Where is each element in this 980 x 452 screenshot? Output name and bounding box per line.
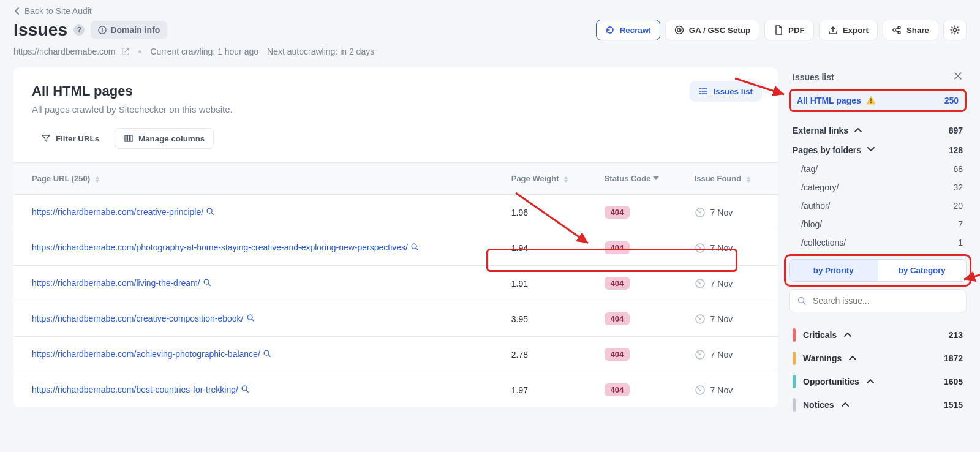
table-row[interactable]: https://richardbernabe.com/living-the-dr…	[13, 266, 778, 301]
side-subrow-label: /author/	[801, 201, 830, 211]
cell-status: 404	[596, 301, 686, 337]
warning-icon	[866, 96, 876, 105]
export-label: Export	[843, 26, 869, 35]
table-row[interactable]: https://richardbernabe.com/creative-prin…	[13, 195, 778, 230]
magnifier-icon[interactable]	[203, 279, 211, 288]
magnifier-icon[interactable]	[246, 314, 255, 324]
cell-url[interactable]: https://richardbernabe.com/achieving-pho…	[13, 337, 503, 372]
table-row[interactable]: https://richardbernabe.com/creative-comp…	[13, 301, 778, 337]
side-subrow[interactable]: /tag/68	[793, 160, 963, 178]
sort-down-icon	[653, 174, 659, 183]
side-subrow-count: 7	[958, 219, 963, 229]
side-subrow[interactable]: /collections/1	[793, 233, 963, 252]
issues-list-button[interactable]: Issues list	[690, 81, 762, 102]
gauge-icon	[695, 207, 706, 218]
severity-row[interactable]: Warnings1872	[790, 347, 965, 370]
severity-count: 1605	[944, 377, 963, 386]
magnifier-icon[interactable]	[241, 385, 249, 395]
magnifier-icon[interactable]	[410, 243, 419, 253]
gauge-icon	[695, 349, 706, 360]
cell-weight: 1.94	[503, 230, 596, 266]
cell-weight: 1.91	[503, 266, 596, 301]
info-icon	[98, 26, 107, 34]
cell-status: 404	[596, 195, 686, 230]
severity-label: Criticals	[803, 330, 837, 340]
col-url[interactable]: Page URL (250)	[13, 163, 503, 195]
side-subrow-count: 20	[953, 201, 963, 211]
cell-issue: 7 Nov	[686, 195, 778, 230]
side-group[interactable]: External links897	[793, 121, 963, 140]
status-badge: 404	[605, 348, 630, 361]
gauge-icon	[695, 314, 706, 325]
status-badge: 404	[605, 277, 630, 290]
filter-icon	[41, 134, 51, 143]
cell-weight: 1.97	[503, 372, 596, 408]
side-subrow[interactable]: /blog/7	[793, 215, 963, 233]
pages-table: Page URL (250) Page Weight Status Code	[13, 162, 778, 407]
filter-label: Filter URLs	[56, 134, 99, 143]
ga-gsc-button[interactable]: GA / GSC Setup	[665, 20, 760, 40]
search-input[interactable]	[812, 295, 959, 306]
back-link[interactable]: Back to Site Audit	[13, 5, 967, 20]
status-badge: 404	[605, 312, 630, 325]
chevron-icon	[854, 127, 862, 134]
cell-status: 404	[596, 372, 686, 408]
external-link-icon	[121, 47, 130, 56]
close-icon[interactable]	[953, 71, 963, 83]
severity-label: Notices	[803, 400, 834, 410]
severity-count: 1515	[944, 400, 963, 410]
side-group[interactable]: Pages by folders128	[793, 140, 963, 160]
severity-row[interactable]: Notices1515	[790, 393, 965, 416]
severity-label: Warnings	[803, 353, 842, 363]
cell-issue: 7 Nov	[686, 230, 778, 266]
magnifier-icon[interactable]	[263, 350, 271, 360]
cell-status: 404	[596, 337, 686, 372]
filter-urls-button[interactable]: Filter URLs	[32, 128, 108, 149]
side-header: Issues list	[793, 72, 834, 82]
help-icon[interactable]: ?	[74, 24, 85, 36]
cell-url[interactable]: https://richardbernabe.com/best-countrie…	[13, 372, 503, 408]
separator-dot	[138, 50, 141, 53]
table-row[interactable]: https://richardbernabe.com/achieving-pho…	[13, 337, 778, 372]
search-issue[interactable]	[789, 289, 967, 312]
chevron-up-icon	[842, 401, 849, 409]
col-status[interactable]: Status Code	[596, 163, 686, 195]
export-icon	[828, 25, 838, 35]
side-subrow[interactable]: /category/32	[793, 178, 963, 197]
domain-info-chip[interactable]: Domain info	[91, 21, 167, 39]
cell-url[interactable]: https://richardbernabe.com/living-the-dr…	[13, 266, 503, 301]
share-button[interactable]: Share	[883, 20, 938, 40]
cell-url[interactable]: https://richardbernabe.com/creative-comp…	[13, 301, 503, 337]
chevron-up-icon	[849, 355, 856, 362]
severity-row[interactable]: Criticals213	[790, 323, 965, 347]
cell-issue: 7 Nov	[686, 372, 778, 408]
list-icon	[699, 86, 709, 96]
side-subrow-label: /blog/	[801, 219, 822, 229]
ga-gsc-label: GA / GSC Setup	[689, 26, 750, 35]
page-title: Issues	[13, 20, 67, 40]
col-issue[interactable]: Issue Found	[686, 163, 778, 195]
export-button[interactable]: Export	[819, 20, 878, 40]
table-row[interactable]: https://richardbernabe.com/best-countrie…	[13, 372, 778, 408]
tab-by-priority[interactable]: by Priority	[790, 260, 878, 281]
side-subrow-label: /collections/	[801, 238, 846, 247]
recrawl-button[interactable]: Recrawl	[596, 20, 660, 40]
magnifier-icon[interactable]	[206, 208, 214, 217]
side-group-count: 897	[949, 126, 963, 135]
side-subrow[interactable]: /author/20	[793, 197, 963, 215]
severity-bar-icon	[793, 352, 796, 365]
side-group-label: Pages by folders	[793, 145, 861, 155]
all-html-pages-row[interactable]: All HTML pages 250	[789, 89, 967, 112]
manage-columns-button[interactable]: Manage columns	[115, 128, 214, 149]
cell-issue: 7 Nov	[686, 266, 778, 301]
tab-by-category[interactable]: by Category	[878, 260, 967, 281]
site-url[interactable]: https://richardbernabe.com	[13, 47, 130, 56]
cell-url[interactable]: https://richardbernabe.com/photography-a…	[13, 230, 503, 266]
cell-url[interactable]: https://richardbernabe.com/creative-prin…	[13, 195, 503, 230]
col-weight[interactable]: Page Weight	[503, 163, 596, 195]
pdf-button[interactable]: PDF	[764, 20, 814, 40]
cell-status: 404	[596, 230, 686, 266]
table-row[interactable]: https://richardbernabe.com/photography-a…	[13, 230, 778, 266]
settings-button[interactable]	[943, 20, 967, 40]
severity-row[interactable]: Opportunities1605	[790, 370, 965, 393]
